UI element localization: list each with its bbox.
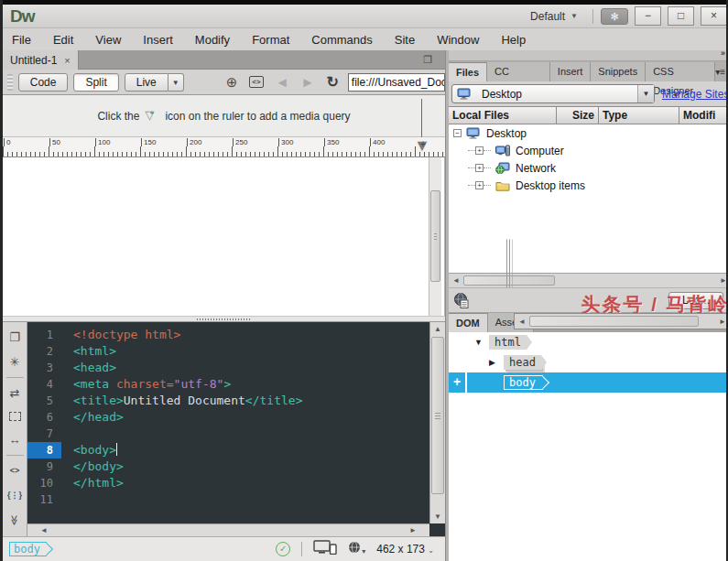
file-tree-item-computer[interactable]: +Computer	[449, 142, 728, 159]
code-view-button[interactable]: Code	[18, 73, 69, 92]
close-button[interactable]: ×	[701, 6, 727, 26]
scroll-left-icon[interactable]: ◄	[452, 276, 460, 285]
scrollbar-thumb[interactable]	[463, 275, 555, 286]
restore-document-icon[interactable]: ❐	[423, 54, 432, 66]
dom-node-body[interactable]: +body	[449, 372, 728, 393]
scrollbar-thumb[interactable]	[430, 190, 440, 282]
dom-node-html[interactable]: ▼html	[449, 332, 728, 352]
preview-globe-icon[interactable]: ▾	[348, 541, 365, 557]
show-code-icon[interactable]: <>	[249, 76, 263, 88]
code-horizontal-scrollbar[interactable]: ◄ ►	[27, 523, 429, 536]
view-splitter-handle[interactable]	[3, 316, 445, 322]
forward-icon[interactable]: ►	[301, 74, 315, 90]
minimize-button[interactable]: −	[635, 6, 661, 26]
inspect-icon[interactable]: ⊕	[226, 74, 238, 91]
menu-edit[interactable]: Edit	[53, 33, 73, 47]
back-icon[interactable]: ◄	[276, 74, 289, 90]
design-vertical-scrollbar[interactable]	[429, 157, 441, 316]
file-tree-item-network[interactable]: +Network	[449, 159, 728, 177]
live-view-button[interactable]: Live	[125, 73, 168, 92]
menu-site[interactable]: Site	[395, 33, 415, 47]
tab-dom[interactable]: DOM	[449, 313, 488, 332]
code-line[interactable]: 7	[27, 426, 429, 442]
scrollbar-thumb[interactable]	[529, 316, 699, 327]
menu-modify[interactable]: Modify	[195, 33, 230, 47]
toolbar-grip[interactable]	[7, 74, 13, 91]
site-log-icon[interactable]	[453, 293, 470, 308]
code-line[interactable]: 5<title>Untitled Document</title>	[27, 393, 429, 409]
collapse-panels-icon[interactable]: »	[721, 49, 725, 58]
horizontal-ruler[interactable]: ▼+ 050100150200250300350400	[3, 137, 445, 157]
collapse-selection-icon[interactable]	[9, 412, 21, 421]
code-line[interactable]: 4<meta charset="utf-8">	[27, 376, 429, 393]
tree-down-icon[interactable]: ▼	[474, 338, 484, 347]
code-vertical-scrollbar[interactable]: ▲ ▼	[429, 322, 445, 523]
tab-insert[interactable]: Insert	[550, 62, 592, 81]
site-dropdown[interactable]: Desktop ▼	[451, 84, 655, 103]
tab-cc-libraries[interactable]: CC Libraries	[487, 62, 550, 81]
select-parent-tag-icon[interactable]: <>	[10, 465, 20, 477]
expand-expander-icon[interactable]: +	[475, 146, 484, 155]
menu-window[interactable]: Window	[437, 33, 479, 47]
column-modified[interactable]: Modifi	[679, 107, 728, 124]
code-line[interactable]: 6</head>	[27, 409, 429, 426]
menu-view[interactable]: View	[95, 33, 121, 47]
design-view[interactable]	[3, 157, 445, 316]
scroll-right-icon[interactable]: ►	[409, 526, 417, 534]
files-horizontal-scrollbar[interactable]: ◄ ►	[449, 273, 728, 287]
tab-css-designer[interactable]: CSS Designer	[646, 62, 715, 81]
show-more-icon[interactable]: ≫	[8, 515, 20, 526]
panel-menu-icon[interactable]: ▾≡	[715, 67, 728, 77]
manage-sites-link[interactable]: Manage Sites	[662, 88, 728, 101]
scroll-up-icon[interactable]: ▲	[430, 325, 445, 333]
code-line[interactable]: 2<html>	[27, 343, 429, 360]
file-tree-item-desktop-items[interactable]: +Desktop items	[449, 177, 728, 194]
collapse-expander-icon[interactable]: −	[453, 129, 462, 137]
split-view-button[interactable]: Split	[73, 73, 118, 92]
code-editor[interactable]: 1<!doctype html>2<html>3<head>4<meta cha…	[27, 322, 429, 523]
scrollbar-thumb[interactable]	[431, 337, 444, 494]
live-code-icon[interactable]: ✳	[10, 356, 20, 368]
panel-bottom-scrollbar[interactable]: ◄ ►	[514, 313, 728, 329]
code-line[interactable]: 9</body>	[27, 459, 429, 475]
tab-snippets[interactable]: Snippets	[591, 62, 646, 81]
menu-help[interactable]: Help	[501, 33, 526, 47]
column-type[interactable]: Type	[599, 107, 679, 124]
tag-selector[interactable]: body	[9, 542, 47, 556]
file-tree-item-desktop[interactable]: −Desktop	[449, 124, 728, 142]
dom-tag-chip[interactable]: head	[504, 355, 541, 370]
code-line[interactable]: 8<body>	[27, 442, 429, 459]
dom-tag-chip[interactable]: body	[504, 375, 543, 390]
cc-sync-icon[interactable]: ✻	[601, 8, 628, 25]
expand-expander-icon[interactable]: +	[475, 181, 484, 189]
column-size[interactable]: Size	[557, 107, 599, 124]
add-element-button[interactable]: +	[449, 372, 467, 393]
dom-node-head[interactable]: ▶head	[449, 352, 728, 372]
expand-expander-icon[interactable]: +	[475, 164, 484, 172]
scroll-right-icon[interactable]: ►	[720, 276, 727, 285]
scroll-right-icon[interactable]: ►	[719, 318, 726, 326]
expand-all-icon[interactable]: ↔	[9, 434, 21, 446]
scroll-left-icon[interactable]: ◄	[518, 318, 526, 326]
menu-insert[interactable]: Insert	[143, 33, 173, 47]
open-documents-icon[interactable]: ❐	[9, 331, 20, 343]
live-view-dropdown-icon[interactable]: ▼	[168, 73, 184, 92]
code-line[interactable]: 11	[27, 491, 429, 508]
dom-tag-chip[interactable]: html	[489, 335, 527, 350]
refresh-icon[interactable]: ↻	[326, 73, 338, 91]
maximize-button[interactable]: □	[668, 6, 694, 26]
tree-right-icon[interactable]: ▶	[489, 358, 498, 367]
code-line[interactable]: 10</html>	[27, 475, 429, 491]
menu-format[interactable]: Format	[252, 33, 289, 47]
column-local-files[interactable]: Local Files	[449, 107, 557, 124]
add-media-query-icon[interactable]: ▼+	[414, 139, 434, 156]
format-source-icon[interactable]: {⋮}	[7, 490, 22, 502]
scroll-left-icon[interactable]: ◄	[40, 526, 48, 534]
close-tab-icon[interactable]: ×	[64, 55, 70, 66]
tab-files[interactable]: Files	[449, 62, 487, 81]
viewport-size-selector[interactable]: 462 x 173 ⌄	[376, 543, 434, 556]
address-field[interactable]: file:///Unsaved_Docum	[348, 73, 445, 92]
collapse-full-tag-icon[interactable]: ⇄	[10, 387, 20, 399]
code-line[interactable]: 1<!doctype html>	[27, 327, 429, 343]
menu-file[interactable]: File	[12, 33, 31, 47]
